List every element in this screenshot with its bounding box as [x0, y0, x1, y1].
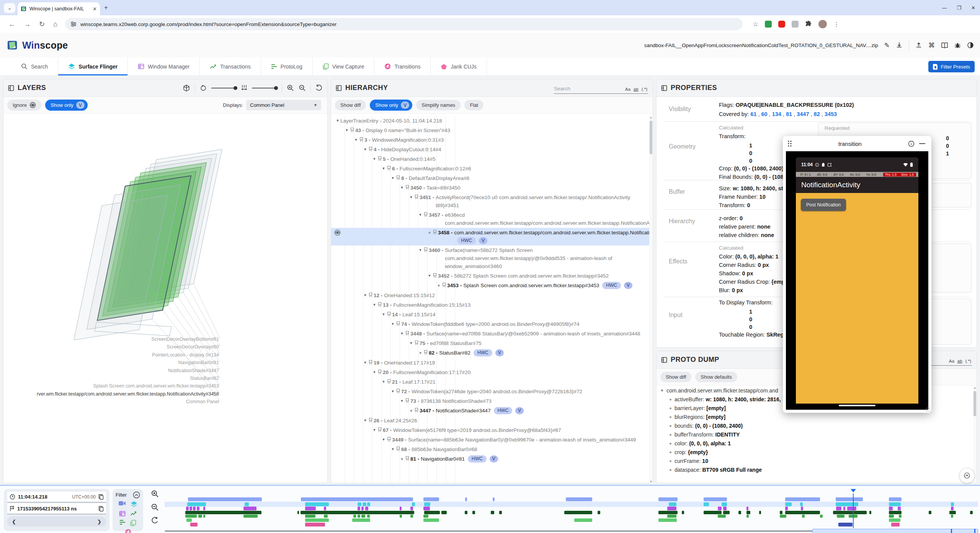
show-only-button[interactable]: Show only V [370, 100, 412, 111]
tree-node-72[interactable]: ▼72 -WindowToken{a2746de type=2040 andro… [331, 387, 650, 396]
timeline-segment-transitions[interactable] [891, 523, 900, 526]
timeline-segment-window-manager[interactable] [203, 507, 205, 510]
trace-filter-layers-icon[interactable] [131, 501, 137, 508]
timeline-segment-surface-flinger[interactable] [412, 502, 415, 506]
tree-node-12[interactable]: ▼12 -OneHanded:15:15#12 [331, 291, 650, 300]
tree-node-81[interactable]: ●81 -NavigationBar0#81HWCV [331, 454, 650, 464]
timeline-segment-screen-recording[interactable] [465, 497, 467, 501]
timeline-segment-surface-flinger[interactable] [358, 502, 361, 506]
pin-icon[interactable] [442, 283, 446, 288]
expand-arrow-icon[interactable]: ▼ [390, 320, 395, 328]
pin-icon[interactable] [378, 156, 382, 161]
covered-by-link[interactable]: 60 [761, 111, 767, 117]
timeline-segment-window-manager[interactable] [400, 507, 402, 510]
timeline-segment-transactions[interactable] [185, 511, 261, 514]
trace-filter-window-icon[interactable] [119, 510, 126, 517]
timeline-segment-window-manager[interactable] [951, 507, 954, 510]
tree-node-3448[interactable]: ▼3448 -Surface(name=ed70f88 StatusBar)/@… [331, 329, 650, 338]
tree-node-3449[interactable]: ▼3449 -Surface(name=885b63e NavigationBa… [331, 435, 650, 445]
trace-filter-chart-icon[interactable] [130, 510, 137, 517]
timeline-segment-transactions[interactable] [785, 511, 820, 514]
timeline-segment-window-manager[interactable] [898, 507, 901, 510]
timeline-segment-screen-recording[interactable] [188, 497, 262, 501]
new-tab-button[interactable]: + [104, 4, 108, 11]
tree-node-67[interactable]: ▼67 -WindowToken{e5176f9 type=2019 andro… [331, 425, 650, 435]
timeline-segment-window-manager[interactable] [305, 507, 316, 510]
timeline-segment-transactions[interactable] [301, 511, 414, 514]
proto-node[interactable]: crop: {empty} [657, 448, 973, 457]
timeline-segment-transactions[interactable] [598, 511, 600, 514]
timeline-segment-transactions[interactable] [704, 511, 722, 514]
transition-window[interactable]: transition — 11:04 P: 0 / 1dX: 0.0dY: [783, 136, 931, 413]
timeline-segment-surface-flinger[interactable] [951, 502, 954, 506]
ignore-button[interactable]: Ignore [7, 100, 41, 111]
timeline-segment-protolog[interactable] [667, 515, 676, 518]
regex-icon[interactable]: (.*) [965, 359, 971, 363]
timeline-segment-view-capture[interactable] [574, 518, 592, 522]
copy-icon[interactable] [98, 494, 104, 500]
info-icon[interactable] [908, 141, 915, 147]
covered-by-link[interactable]: 3447 [797, 111, 809, 117]
expand-arrow-icon[interactable]: ▼ [353, 136, 359, 144]
tree-node[interactable]: ▼LayerTraceEntry - 2024-05-10, 11:04:14.… [331, 116, 650, 126]
profile-avatar[interactable] [818, 20, 827, 28]
panel-collapse-icon[interactable] [336, 85, 342, 91]
timeline-segment-protolog[interactable] [243, 515, 258, 518]
shortcuts-icon[interactable]: ⌘ [928, 41, 935, 49]
timeline-segment-window-manager[interactable] [243, 507, 256, 510]
timeline-segment-transactions[interactable] [949, 511, 956, 514]
tree-node-74[interactable]: ▼74 -WindowToken{fdddbe6 type=2000 andro… [331, 319, 650, 329]
extension-icon[interactable] [765, 21, 772, 28]
timeline-segment-window-manager[interactable] [718, 507, 722, 510]
browser-tab[interactable]: Winscope | sandbox-FAIL ✕ [18, 2, 100, 15]
tree-node-82[interactable]: ●82 -StatusBar#82HWCV [331, 348, 650, 358]
pin-icon[interactable] [415, 340, 418, 345]
timeline-segment-transactions[interactable] [929, 511, 931, 514]
pin-icon[interactable] [369, 293, 372, 298]
expand-arrow-icon[interactable]: ▼ [381, 165, 386, 173]
pin-icon[interactable] [378, 427, 382, 432]
timeline-segment-window-manager[interactable] [785, 507, 788, 510]
minimize-window-icon[interactable]: — [919, 140, 925, 147]
zoom-in-icon[interactable] [151, 490, 159, 498]
timeline-segment-surface-flinger[interactable] [367, 502, 370, 506]
show-diff-button[interactable]: Show diff [335, 100, 366, 110]
timeline-segment-surface-flinger[interactable] [889, 502, 901, 506]
timeline-segment-surface-flinger[interactable] [363, 502, 366, 506]
timeline-cursor-handle[interactable] [851, 489, 856, 495]
pin-icon[interactable] [415, 195, 418, 199]
timeline-segment-protolog[interactable] [889, 515, 894, 518]
prev-frame-button[interactable]: ❮ [12, 519, 16, 525]
timestamp-field[interactable]: 11:04:14.218 UTC+00:00 [7, 492, 106, 502]
hierarchy-search[interactable]: Search Aa ab (.*) [554, 82, 648, 94]
filter-presets-button[interactable]: Filter Presets [928, 61, 975, 72]
timeline-segment-surface-flinger[interactable] [187, 502, 206, 506]
tree-node-75[interactable]: ▼75 -ed70f88 StatusBar#75 [331, 338, 650, 348]
minimap-range[interactable] [812, 529, 978, 533]
timeline-segment-transactions[interactable] [869, 511, 871, 514]
timeline-segment-screen-recording[interactable] [301, 497, 413, 501]
timeline-segment-screen-recording[interactable] [836, 497, 863, 501]
timeline-segment-transactions[interactable] [441, 511, 447, 514]
layers-3d-canvas[interactable] [3, 116, 327, 483]
timeline-segment-transactions[interactable] [833, 511, 867, 514]
download-icon[interactable] [896, 42, 903, 49]
expand-arrow-icon[interactable]: ▼ [408, 339, 414, 347]
expand-arrow-icon[interactable]: ▼ [381, 311, 386, 319]
timeline-segment-window-manager[interactable] [836, 507, 841, 510]
pin-icon[interactable] [424, 350, 428, 355]
tab-search[interactable]: Search [11, 57, 58, 75]
tree-node-5[interactable]: ▼5 -OneHanded:0:14#5 [331, 154, 650, 164]
trace-filter-list-icon[interactable] [119, 520, 126, 526]
expand-arrow-icon[interactable]: ▼ [418, 246, 423, 254]
expand-arrow-icon[interactable]: ▼ [427, 272, 432, 280]
timeline-segment-window-manager[interactable] [186, 507, 189, 510]
timeline-segment-protolog[interactable] [780, 515, 786, 518]
timeline-segment-transactions[interactable] [465, 511, 467, 514]
expand-arrow-icon[interactable]: ▼ [408, 193, 414, 201]
timeline-segment-protolog[interactable] [802, 515, 805, 518]
timeline-segment-surface-flinger[interactable] [800, 502, 803, 506]
pin-icon[interactable] [378, 302, 382, 307]
tree-node-3450[interactable]: ▼3450 -Task=89#3450 [331, 183, 650, 193]
forward-icon[interactable]: → [24, 20, 31, 28]
